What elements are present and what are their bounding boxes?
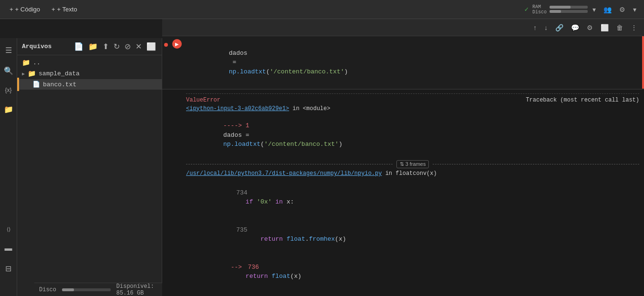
parent-dir-label: .. bbox=[33, 59, 41, 66]
cell-toolbar: ↑ ↓ 🔗 💬 ⚙ ⬜ 🗑 ⋮ bbox=[162, 19, 644, 36]
ram-bar bbox=[550, 6, 588, 9]
disk-status-label: Disco bbox=[39, 286, 56, 293]
settings-button[interactable]: ⚙ bbox=[617, 4, 627, 15]
top-bar-right: ✓ RAM Disco ▾ 👥 ⚙ ▾ bbox=[525, 4, 644, 15]
disk-bar bbox=[550, 10, 588, 13]
top-bar-left: + + Código + + Texto bbox=[0, 4, 81, 15]
cell-right-accent bbox=[642, 36, 644, 89]
code-block-line-737: 737 bbox=[186, 290, 639, 296]
add-text-label: + Texto bbox=[57, 6, 77, 13]
refresh-button[interactable]: ↻ bbox=[113, 41, 121, 52]
in-floatconv: in floatconv(x) bbox=[385, 170, 437, 177]
toolbar-more-button[interactable]: ⋮ bbox=[629, 22, 639, 33]
sidebar-icon-group: 📄 📁 ⬆ ↻ ⊘ ✕ ⬜ bbox=[73, 41, 157, 52]
code-line-1: dados = np.loadtxt('/content/banco.txt') bbox=[184, 39, 642, 86]
sidebar-top-bar: Arquivos 📄 📁 ⬆ ↻ ⊘ ✕ ⬜ bbox=[17, 38, 162, 55]
code-func: np.loadtxt bbox=[229, 68, 266, 75]
input-link[interactable]: <ipython-input-3-a02c6ab929e1> bbox=[186, 105, 289, 112]
in-module-text: in <module> bbox=[292, 105, 330, 112]
new-file-button[interactable]: 📄 bbox=[73, 41, 84, 52]
disk-label: Disco bbox=[532, 10, 547, 15]
close-panel-button[interactable]: ✕ bbox=[135, 41, 143, 52]
numpy-link-line: /usr/local/lib/python3.7/dist-packages/n… bbox=[186, 170, 639, 177]
upload-button[interactable]: ⬆ bbox=[102, 41, 110, 52]
expand-button[interactable]: ▾ bbox=[631, 4, 638, 15]
numpy-link[interactable]: /usr/local/lib/python3.7/dist-packages/n… bbox=[186, 170, 382, 177]
disk-progress-bar bbox=[62, 288, 111, 291]
top-bar: + + Código + + Texto ✓ RAM Disco ▾ bbox=[0, 0, 644, 19]
arrow-prefix: ----> 1 bbox=[223, 122, 253, 129]
menu-button[interactable]: ☰ bbox=[3, 44, 14, 57]
code-cell-1: ▶ dados = np.loadtxt('/content/banco.txt… bbox=[162, 36, 644, 89]
sidebar-title: Arquivos bbox=[22, 43, 52, 50]
notebook-container: ↑ ↓ 🔗 💬 ⚙ ⬜ 🗑 ⋮ ▶ bbox=[162, 19, 644, 296]
code-block-line-736: --> 736 return float(x) bbox=[186, 253, 639, 290]
add-text-button[interactable]: + + Texto bbox=[48, 4, 81, 15]
banco-file-label: banco.txt bbox=[43, 81, 76, 88]
error-indicator-col bbox=[162, 36, 170, 47]
ram-label: RAM bbox=[532, 4, 547, 10]
terminal-button[interactable]: ▬ bbox=[3, 242, 14, 255]
expand-icon: ⇅ bbox=[400, 161, 404, 167]
filter-button[interactable]: ⊘ bbox=[124, 41, 132, 52]
sidebar-item-parent[interactable]: 📁 .. bbox=[17, 57, 162, 68]
arrow-code-line: ----> 1 dados = np.loadtxt('/content/ban… bbox=[186, 112, 639, 159]
output-area: ValueError Traceback (most recent call l… bbox=[162, 89, 644, 296]
code-var: dados bbox=[229, 50, 248, 57]
run-btn-col: ▶ bbox=[170, 36, 184, 49]
people-button[interactable]: 👥 bbox=[602, 4, 613, 15]
toolbar-comment-button[interactable]: 💬 bbox=[569, 22, 581, 33]
frames-label: 3 frames bbox=[405, 161, 426, 167]
frames-line: ⇅ 3 frames bbox=[186, 160, 639, 168]
resource-dropdown-button[interactable]: ▾ bbox=[591, 4, 598, 15]
error-type: ValueError bbox=[186, 97, 220, 103]
input-link-line: <ipython-input-3-a02c6ab929e1> in <modul… bbox=[186, 105, 639, 112]
search-button[interactable]: 🔍 bbox=[2, 64, 15, 77]
add-code-button[interactable]: + + Código bbox=[6, 4, 44, 15]
error-dot bbox=[164, 43, 168, 47]
code-button[interactable]: ⟨⟩ bbox=[5, 225, 12, 235]
main-layout: ☰ 🔍 {x} 📁 ⟨⟩ ▬ ⊟ Arquivos 📄 📁 ⬆ ↻ ⊘ ✕ ⬜ bbox=[0, 19, 644, 296]
sidebar-item-banco[interactable]: 📄 banco.txt bbox=[17, 79, 162, 90]
notebook-area[interactable]: ▶ dados = np.loadtxt('/content/banco.txt… bbox=[162, 36, 644, 296]
disk-progress-fill bbox=[62, 288, 74, 291]
plus-icon: + bbox=[10, 6, 13, 13]
left-icon-strip: ☰ 🔍 {x} 📁 ⟨⟩ ▬ ⊟ bbox=[0, 38, 17, 296]
resize-button[interactable]: ⬜ bbox=[145, 41, 157, 52]
run-button[interactable]: ▶ bbox=[172, 39, 182, 49]
dash-left bbox=[186, 164, 393, 164]
files-button[interactable]: 📁 bbox=[2, 103, 15, 116]
new-folder-button[interactable]: 📁 bbox=[87, 41, 99, 52]
code-block-line-735: 735 return float.fromhex(x) bbox=[186, 216, 639, 253]
sample-data-label: sample_data bbox=[39, 70, 80, 77]
code-string: '/content/banco.txt' bbox=[270, 68, 344, 75]
variables-button[interactable]: {x} bbox=[3, 85, 13, 95]
toolbar-link-button[interactable]: 🔗 bbox=[553, 22, 565, 33]
folder-icon-sample: 📁 bbox=[28, 70, 36, 78]
folder-icon-parent: 📁 bbox=[22, 59, 30, 67]
file-list: 📁 .. ▶ 📁 sample_data 📄 banco.txt bbox=[17, 55, 162, 296]
plus-icon-2: + bbox=[52, 6, 55, 13]
sidebar-panel: Arquivos 📄 📁 ⬆ ↻ ⊘ ✕ ⬜ 📁 .. ▶ 📁 sample_d… bbox=[17, 38, 162, 296]
toolbar-down-button[interactable]: ↓ bbox=[542, 22, 550, 33]
expand-arrow: ▶ bbox=[22, 71, 25, 77]
output-button[interactable]: ⊟ bbox=[3, 262, 13, 275]
disk-bar-fill bbox=[550, 10, 561, 13]
toolbar-maximize-button[interactable]: ⬜ bbox=[599, 22, 611, 33]
code-block: 734 if '0x' in x: 735 return float.fromh… bbox=[186, 179, 639, 296]
ram-bar-fill bbox=[550, 6, 571, 9]
cell-1-content: dados = np.loadtxt('/content/banco.txt') bbox=[184, 36, 642, 89]
traceback-header: Traceback (most recent call last) bbox=[526, 97, 639, 103]
resource-bar: RAM Disco ▾ bbox=[532, 4, 598, 15]
code-block-line-734: 734 if '0x' in x: bbox=[186, 179, 639, 216]
status-bar: Disco Disponível: 85.16 GB bbox=[34, 283, 179, 296]
active-indicator bbox=[17, 78, 19, 91]
toolbar-up-button[interactable]: ↑ bbox=[531, 22, 539, 33]
frames-expand-button[interactable]: ⇅ 3 frames bbox=[396, 160, 429, 168]
sidebar-item-sample-data[interactable]: ▶ 📁 sample_data bbox=[17, 68, 162, 79]
toolbar-settings-button[interactable]: ⚙ bbox=[585, 22, 595, 33]
dash-right bbox=[433, 164, 639, 164]
toolbar-delete-button[interactable]: 🗑 bbox=[614, 22, 625, 33]
error-header: ValueError Traceback (most recent call l… bbox=[186, 93, 639, 103]
file-icon-banco: 📄 bbox=[32, 81, 40, 88]
